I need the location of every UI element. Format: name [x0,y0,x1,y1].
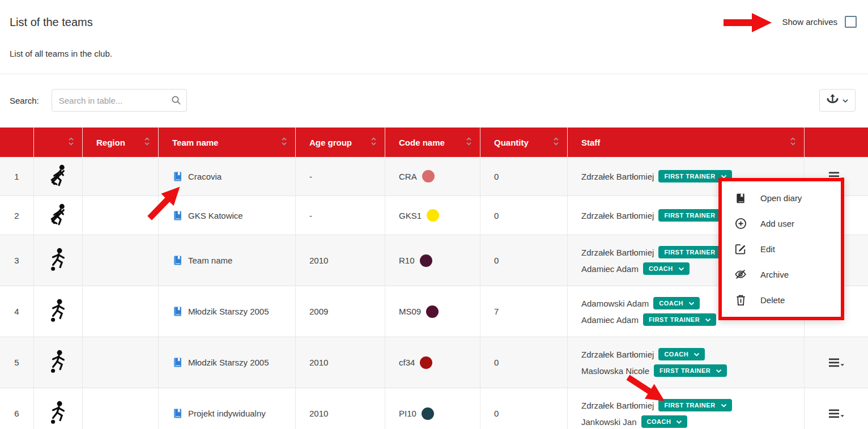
quantity-cell: 0 [480,196,568,235]
staff-name: Zdrzałek Bartłomiej [581,172,654,181]
team-name-cell: Cracovia [159,157,296,196]
staff-name: Maslowska Nicole [581,366,649,376]
staff-name: Zdrzałek Bartłomiej [581,401,654,410]
row-index: 3 [14,256,19,265]
edit-icon [734,243,747,254]
team-name-cell: GKS Katowice [159,196,296,235]
actions-cell [805,388,868,429]
sport-cell [34,157,83,196]
show-archives-checkbox[interactable] [845,16,857,28]
row-index-cell: 5 [0,337,34,388]
region-cell [83,286,159,337]
search-box [52,89,187,112]
teams-page: List of the teams List of all teams in t… [0,0,868,429]
staff-role-label: FIRST TRAINER [664,212,715,219]
staff-role-badge[interactable]: COACH [653,297,700,309]
chevron-down-icon [716,369,722,373]
staff-name: Zdrzałek Bartłomiej [581,211,654,220]
staff-role-label: FIRST TRAINER [649,316,700,323]
sort-icon [281,137,287,147]
staff-name: Zdrzałek Bartłomiej [581,248,654,257]
arrow-to-show-archives [724,12,772,33]
staff-role-label: FIRST TRAINER [664,402,715,409]
menu-item-open-diary[interactable]: Open diary [722,186,841,210]
staff-role-badge[interactable]: FIRST TRAINER [658,399,731,411]
team-color-dot [426,305,439,318]
sort-icon [553,137,559,147]
sort-icon [144,137,150,147]
column-header-age_group[interactable]: Age group [296,128,385,157]
column-header-quantity[interactable]: Quantity [480,128,568,157]
code-name: GKS1 [399,211,422,220]
staff-role-label: FIRST TRAINER [664,173,715,180]
staff-role-label: FIRST TRAINER [659,367,710,374]
row-index-cell: 3 [0,235,34,286]
chevron-down-icon [678,267,684,271]
staff-role-label: COACH [647,418,671,425]
team-diary-book-icon[interactable] [172,255,183,266]
staff-role-label: COACH [664,351,688,358]
staff-name: Adamiec Adam [581,264,639,274]
column-header-sport[interactable] [34,128,83,157]
menu-item-add-user[interactable]: Add user [722,212,841,236]
staff-role-label: FIRST TRAINER [664,249,715,256]
sport-cell [34,388,83,429]
row-actions-button[interactable] [829,409,844,419]
row-index-cell: 4 [0,286,34,337]
staff-role-badge[interactable]: COACH [643,262,690,275]
team-diary-book-icon[interactable] [172,171,183,182]
team-color-dot [422,407,434,420]
menu-item-label: Add user [760,219,794,228]
staff-role-badge[interactable]: COACH [658,348,705,360]
column-header-index [0,128,34,157]
row-actions-context-menu: Open diaryAdd userEditArchiveDelete [718,178,844,320]
team-diary-book-icon[interactable] [172,210,183,221]
staff-role-badge[interactable]: FIRST TRAINER [643,313,716,326]
team-name: Młodzik Starszy 2005 [188,358,269,367]
team-name-cell: Projekt indywidualny [159,388,296,429]
code-name-cell: cf34 [385,337,480,388]
code-name: cf34 [399,358,415,367]
row-actions-button[interactable] [829,358,844,368]
quantity-cell: 0 [480,337,568,388]
add-user-icon [734,218,747,230]
staff-line: Maslowska NicoleFIRST TRAINER [581,364,727,377]
sport-cell [34,286,83,337]
row-index: 6 [14,409,19,418]
column-header-region[interactable]: Region [83,128,159,157]
search-input[interactable] [52,89,187,112]
menu-item-label: Archive [760,270,789,279]
menu-item-delete[interactable]: Delete [722,288,841,312]
team-color-dot [427,209,439,222]
age-group-cell: 2009 [296,286,385,337]
chevron-down-icon [688,301,695,305]
export-button[interactable] [819,89,856,112]
staff-line: Adamiec AdamCOACH [581,262,690,275]
age-group-cell: 2010 [296,235,385,286]
team-name-cell: Team name [159,235,296,286]
football-player-icon [45,349,71,376]
staff-role-badge[interactable]: COACH [641,415,688,428]
search-icon [171,95,181,108]
team-diary-book-icon[interactable] [172,306,183,317]
menu-item-edit[interactable]: Edit [722,237,841,261]
menu-item-archive[interactable]: Archive [722,262,841,286]
search-label: Search: [10,96,39,105]
staff-line: Zdrzałek BartłomiejFIRST TRAINER [581,170,732,182]
column-label-region: Region [96,138,125,147]
row-index: 2 [14,211,19,220]
column-header-team_name[interactable]: Team name [159,128,296,157]
team-diary-book-icon[interactable] [172,408,183,419]
code-name: CRA [399,172,417,181]
region-cell [83,388,159,429]
column-header-code_name[interactable]: Code name [385,128,480,157]
chevron-down-icon [842,96,849,105]
code-name: MS09 [399,307,421,316]
chevron-down-icon [721,403,727,407]
row-index: 4 [14,307,19,316]
header-divider [0,74,868,74]
column-header-staff[interactable]: Staff [568,128,805,157]
staff-role-badge[interactable]: FIRST TRAINER [654,364,727,377]
sort-icon [371,137,377,147]
team-diary-book-icon[interactable] [172,357,183,368]
